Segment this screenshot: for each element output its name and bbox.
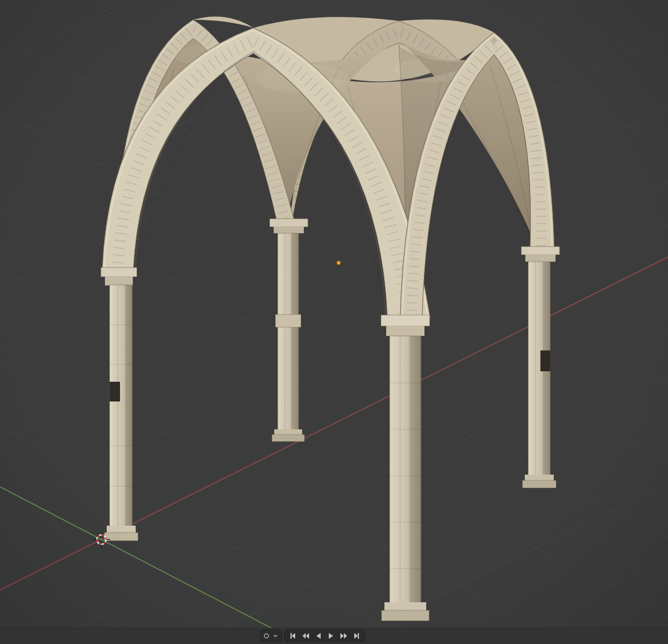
previous-keyframe-button[interactable] <box>299 630 312 642</box>
auto-key-group <box>260 629 282 642</box>
chevron-down-icon <box>273 633 278 639</box>
timeline-strip <box>0 628 668 644</box>
playback-button-group <box>284 629 365 642</box>
play-reverse-button[interactable] <box>312 630 325 642</box>
viewport-3d[interactable] <box>0 0 668 644</box>
jump-to-start-button[interactable] <box>286 630 299 642</box>
auto-key-options-dropdown[interactable] <box>271 630 279 642</box>
playback-controls <box>260 629 365 642</box>
object-origin-dot <box>337 261 341 265</box>
skip-to-end-icon <box>353 632 361 640</box>
blender-window <box>0 0 668 644</box>
next-keyframe-icon <box>340 632 348 640</box>
auto-key-toggle-button[interactable] <box>262 630 271 642</box>
play-icon <box>327 632 335 640</box>
skip-to-start-icon <box>289 632 297 640</box>
play-button[interactable] <box>325 630 337 642</box>
previous-keyframe-icon <box>302 632 310 640</box>
record-circle-icon <box>263 632 270 640</box>
jump-to-end-button[interactable] <box>350 630 363 642</box>
next-keyframe-button[interactable] <box>337 630 350 642</box>
play-reverse-icon <box>314 632 322 640</box>
